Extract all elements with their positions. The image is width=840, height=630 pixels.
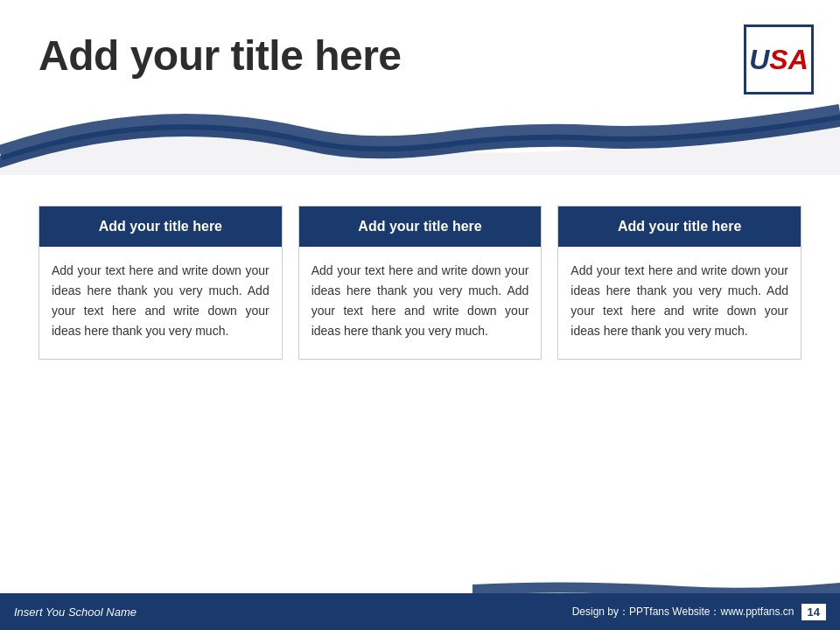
footer-school-name: Insert You School Name (14, 606, 136, 619)
card-3: Add your title here Add your text here a… (557, 206, 802, 360)
footer-page-number: 14 (802, 604, 826, 620)
main-title: Add your title here (38, 32, 402, 80)
university-logo: USA (744, 24, 814, 94)
card-3-header: Add your title here (558, 206, 801, 247)
top-swoosh-decoration (0, 0, 840, 175)
card-1-body: Add your text here and write down your i… (39, 247, 282, 359)
footer-bar: Insert You School Name Design by：PPTfans… (0, 593, 840, 630)
footer-right-area: Design by：PPTfans Website：www.pptfans.cn… (572, 604, 826, 620)
cards-container: Add your title here Add your text here a… (38, 206, 802, 360)
card-2: Add your title here Add your text here a… (298, 206, 542, 360)
card-1-header: Add your title here (39, 206, 282, 247)
footer-credit: Design by：PPTfans Website：www.pptfans.cn (572, 605, 794, 620)
card-1: Add your title here Add your text here a… (38, 206, 283, 360)
card-3-body: Add your text here and write down your i… (558, 247, 801, 359)
logo-sa-letters: SA (769, 44, 808, 75)
card-2-body: Add your text here and write down your i… (299, 247, 542, 359)
slide: USA Add your title here Add your title h… (0, 0, 840, 630)
card-2-header: Add your title here (299, 206, 542, 247)
logo-u-letter: U (749, 44, 769, 75)
